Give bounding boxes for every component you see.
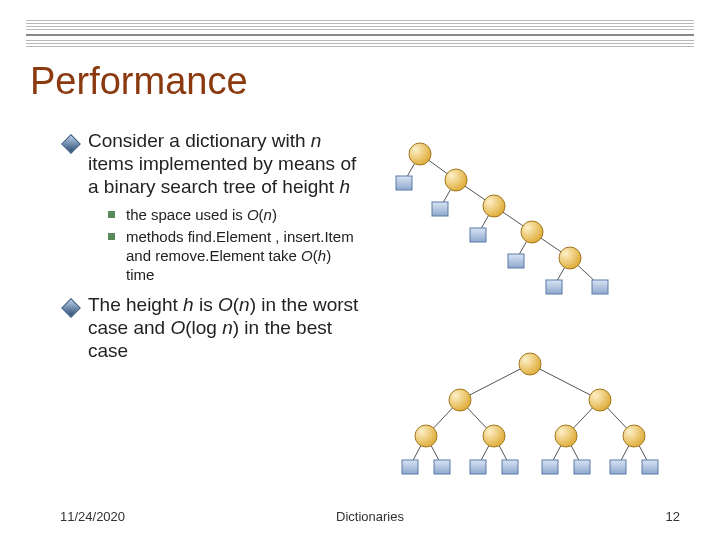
svg-line-22 [530,364,600,400]
svg-point-38 [415,425,437,447]
svg-rect-20 [592,280,608,294]
svg-point-10 [409,143,431,165]
sub-bullet-1: the space used is O(n) [108,206,360,225]
tree-diagrams [390,140,690,480]
square-bullet-icon [108,233,115,240]
svg-rect-43 [434,460,450,474]
method-name: insert.Item [284,228,354,245]
svg-rect-45 [502,460,518,474]
text: take [264,247,301,264]
paren: ) [326,247,331,264]
text: Consider a dictionary with [88,130,311,151]
svg-rect-15 [396,176,412,190]
text: log [192,317,223,338]
bullet-1: Consider a dictionary with n items imple… [60,130,360,198]
svg-rect-49 [642,460,658,474]
slide-title: Performance [30,60,248,103]
square-bullet-icon [108,211,115,218]
text: The height [88,294,183,315]
svg-rect-46 [542,460,558,474]
var-h: h [339,176,350,197]
var-n: n [222,317,233,338]
sub-bullet-2: methods find.Element , insert.Item and r… [108,228,360,284]
svg-rect-18 [508,254,524,268]
big-o: O [247,206,259,223]
bullet-2: The height h is O(n) in the worst case a… [60,294,360,362]
text: time [126,266,154,283]
tree-svg [390,140,690,480]
var-h: h [318,247,326,264]
var-n: n [264,206,272,223]
text: the space used is [126,206,247,223]
svg-rect-42 [402,460,418,474]
footer-page: 12 [666,509,680,524]
svg-line-21 [460,364,530,400]
big-o: O [218,294,233,315]
text: methods [126,228,188,245]
var-h: h [183,294,194,315]
svg-rect-16 [432,202,448,216]
method-name: remove.Element [155,247,264,264]
footer-date: 11/24/2020 [60,509,125,524]
svg-point-40 [555,425,577,447]
paren: ) [272,206,277,223]
svg-rect-19 [546,280,562,294]
svg-point-35 [519,353,541,375]
diamond-bullet-icon [64,298,78,321]
content-body: Consider a dictionary with n items imple… [60,130,360,371]
text: is [194,294,218,315]
diamond-bullet-icon [64,134,78,157]
svg-point-14 [559,247,581,269]
tree-best-case [402,353,658,474]
tree-worst-case [396,143,608,294]
var-n: n [239,294,250,315]
big-o: O [170,317,185,338]
svg-point-39 [483,425,505,447]
svg-rect-47 [574,460,590,474]
svg-point-37 [589,389,611,411]
svg-rect-48 [610,460,626,474]
text: , [271,228,284,245]
svg-point-36 [449,389,471,411]
footer-center: Dictionaries [336,509,404,524]
text: items implemented by means of a binary s… [88,153,356,197]
header-rules [26,20,694,56]
text: and [126,247,155,264]
svg-rect-44 [470,460,486,474]
svg-point-13 [521,221,543,243]
svg-point-12 [483,195,505,217]
footer: 11/24/2020 Dictionaries 12 [60,509,680,524]
svg-rect-17 [470,228,486,242]
big-o: O [301,247,313,264]
svg-point-11 [445,169,467,191]
var-n: n [311,130,322,151]
svg-point-41 [623,425,645,447]
method-name: find.Element [188,228,271,245]
